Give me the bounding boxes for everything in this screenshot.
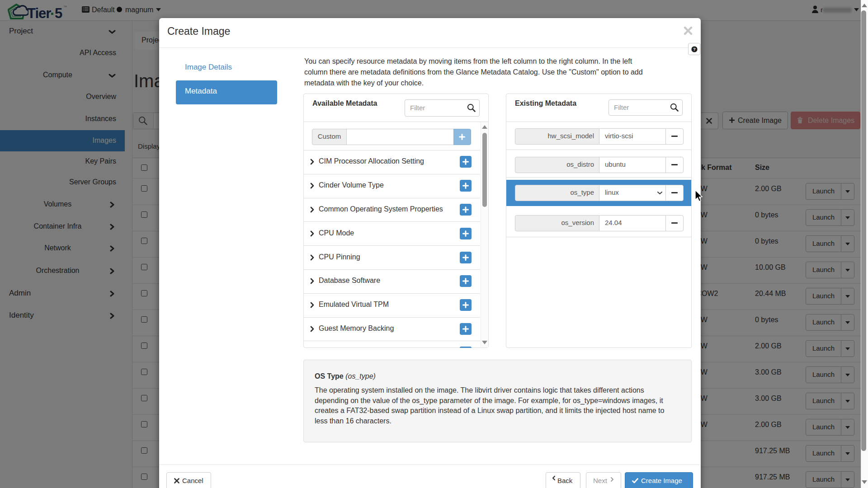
svg-text:?: ? [693, 47, 696, 52]
